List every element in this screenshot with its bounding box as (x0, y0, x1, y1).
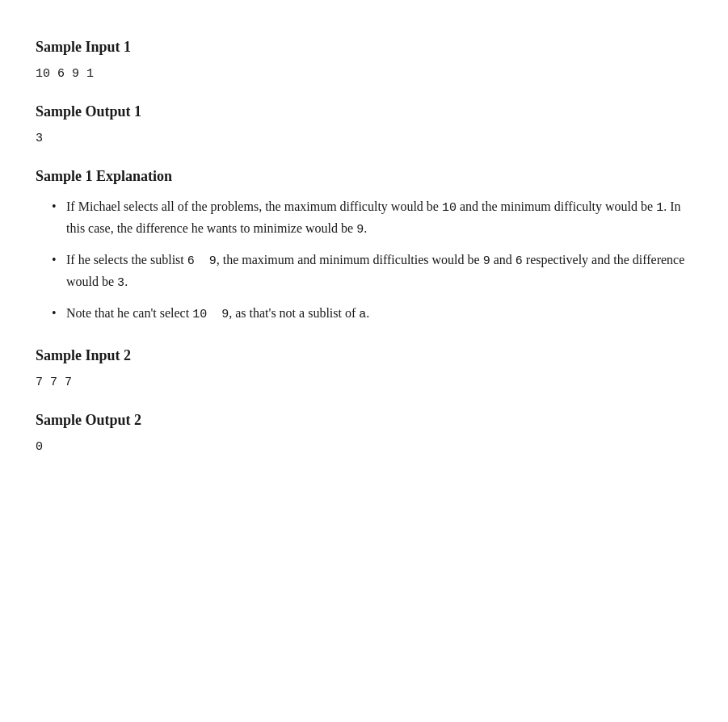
list-item: Note that he can't select 10 9, as that'… (52, 303, 692, 325)
inline-code: 6 (515, 254, 523, 268)
sample-input-1-heading: Sample Input 1 (36, 39, 692, 56)
inline-code: 9 (483, 254, 490, 268)
sample-input-2-value: 7 7 7 (36, 376, 692, 389)
sample-1-explanation-heading: Sample 1 Explanation (36, 168, 692, 185)
bullet3-text: Note that he can't select 10 9, as that'… (66, 306, 369, 320)
inline-code: 10 (442, 201, 457, 215)
bullet1-text: If Michael selects all of the problems, … (66, 199, 681, 235)
inline-code: 10 9 (192, 308, 229, 321)
sample-output-1-value: 3 (36, 132, 692, 145)
inline-code: 1 (656, 201, 663, 215)
sample-output-2-heading: Sample Output 2 (36, 412, 692, 429)
list-item: If Michael selects all of the problems, … (52, 196, 692, 240)
inline-code: 9 (356, 223, 364, 237)
sample-output-2-value: 0 (36, 440, 692, 454)
sample-input-2-heading: Sample Input 2 (36, 347, 692, 364)
bullet2-text: If he selects the sublist 6 9, the maxim… (66, 253, 684, 288)
sample-output-1-heading: Sample Output 1 (36, 103, 692, 120)
sample-input-1-value: 10 6 9 1 (36, 67, 692, 81)
inline-code: a (359, 308, 366, 321)
explanation-list: If Michael selects all of the problems, … (36, 196, 692, 325)
inline-code: 6 9 (187, 254, 217, 268)
list-item: If he selects the sublist 6 9, the maxim… (52, 250, 692, 293)
inline-code: 3 (117, 276, 124, 290)
